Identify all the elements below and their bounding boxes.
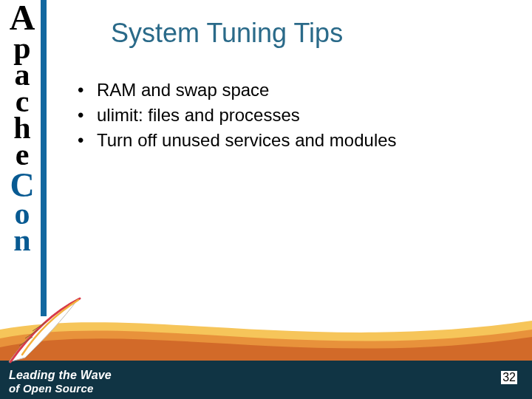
list-item: • Turn off unused services and modules bbox=[78, 128, 397, 153]
feather-icon bbox=[3, 294, 99, 368]
footer-line-1: Leading the Wave bbox=[9, 369, 112, 382]
bullet-text: Turn off unused services and modules bbox=[97, 128, 397, 153]
list-item: • ulimit: files and processes bbox=[78, 103, 397, 128]
bullet-icon: • bbox=[78, 128, 97, 153]
bullet-text: RAM and swap space bbox=[97, 78, 269, 103]
bullet-icon: • bbox=[78, 78, 97, 103]
apachecon-vertical-text: A p a c h e C o n bbox=[4, 0, 40, 316]
page-number: 32 bbox=[501, 371, 517, 384]
sidebar-logo: A p a c h e C o n bbox=[0, 0, 46, 316]
list-item: • RAM and swap space bbox=[78, 78, 397, 103]
footer-tagline: Leading the Wave of Open Source bbox=[9, 369, 112, 395]
slide-title: System Tuning Tips bbox=[111, 18, 343, 49]
footer-line-2: of Open Source bbox=[9, 382, 112, 395]
bullet-list: • RAM and swap space • ulimit: files and… bbox=[78, 78, 397, 153]
bullet-icon: • bbox=[78, 103, 97, 128]
bullet-text: ulimit: files and processes bbox=[97, 103, 300, 128]
sidebar-accent-line bbox=[41, 0, 47, 316]
